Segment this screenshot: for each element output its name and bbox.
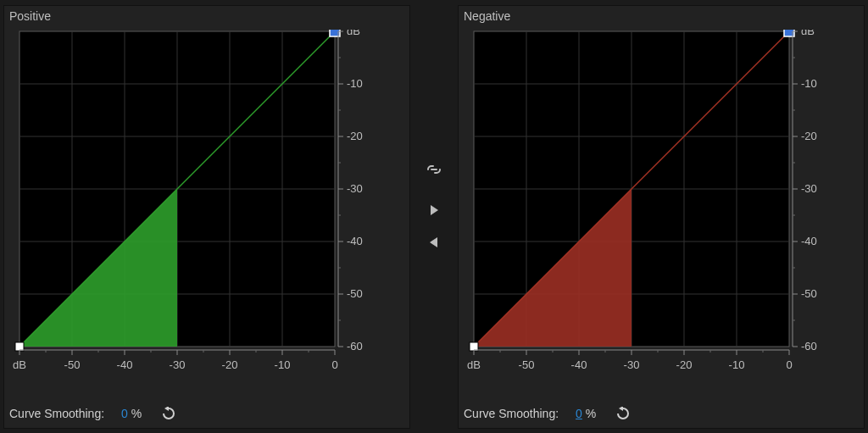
svg-text:-60: -60: [347, 340, 363, 353]
svg-text:-10: -10: [729, 358, 745, 371]
svg-text:-40: -40: [571, 358, 587, 371]
svg-marker-57: [431, 205, 438, 215]
svg-text:dB: dB: [801, 30, 815, 37]
svg-text:-30: -30: [347, 182, 363, 195]
svg-text:-40: -40: [117, 358, 133, 371]
svg-text:-50: -50: [347, 287, 363, 300]
svg-text:-10: -10: [801, 77, 817, 90]
positive-title: Positive: [9, 9, 51, 23]
positive-reset-button[interactable]: [159, 406, 177, 421]
svg-text:-50: -50: [64, 358, 81, 371]
positive-smoothing-label: Curve Smoothing:: [9, 407, 104, 420]
positive-smoothing-unit: %: [131, 407, 142, 420]
svg-marker-58: [430, 237, 437, 247]
negative-reset-button[interactable]: [613, 406, 632, 421]
link-icon: [425, 163, 443, 176]
negative-chart-svg[interactable]: dB-10-20-30-40-50-60dB-50-40-30-20-100: [467, 30, 857, 381]
link-button[interactable]: [425, 163, 443, 176]
positive-smoothing-value[interactable]: 0: [121, 407, 128, 420]
svg-text:dB: dB: [13, 358, 26, 371]
copy-left-button[interactable]: [427, 236, 441, 249]
undo-icon: [159, 407, 176, 420]
svg-text:-20: -20: [676, 358, 693, 371]
svg-text:-60: -60: [801, 340, 817, 353]
svg-text:-20: -20: [222, 358, 238, 371]
positive-chart-svg[interactable]: dB-10-20-30-40-50-60dB-50-40-30-20-100: [13, 30, 403, 381]
triangle-left-icon: [427, 236, 441, 249]
link-column: [410, 5, 458, 429]
svg-text:0: 0: [331, 358, 337, 371]
undo-icon: [614, 407, 631, 420]
svg-text:-20: -20: [347, 130, 363, 142]
svg-text:-40: -40: [801, 235, 817, 247]
svg-marker-115: [619, 407, 623, 411]
svg-text:-30: -30: [801, 182, 817, 195]
svg-text:-20: -20: [801, 130, 817, 142]
negative-smoothing-value[interactable]: 0: [576, 407, 582, 420]
svg-text:-40: -40: [347, 235, 363, 247]
negative-title: Negative: [464, 9, 510, 23]
svg-text:-50: -50: [519, 358, 535, 371]
svg-marker-56: [164, 407, 169, 411]
positive-chart[interactable]: dB-10-20-30-40-50-60dB-50-40-30-20-100: [13, 30, 403, 381]
svg-text:dB: dB: [467, 358, 481, 371]
svg-text:-10: -10: [275, 358, 291, 371]
triangle-right-icon: [427, 203, 441, 217]
svg-text:-50: -50: [801, 287, 817, 300]
negative-chart[interactable]: dB-10-20-30-40-50-60dB-50-40-30-20-100: [467, 30, 857, 381]
svg-text:dB: dB: [347, 30, 360, 37]
svg-text:-30: -30: [624, 358, 640, 371]
negative-panel: Negative dB-10-20-30-40-50-60dB-50-40-30…: [458, 5, 865, 429]
negative-smoothing-unit: %: [586, 407, 596, 420]
svg-text:-30: -30: [170, 358, 186, 371]
svg-text:-10: -10: [347, 77, 363, 90]
negative-smoothing-label: Curve Smoothing:: [464, 407, 559, 420]
positive-panel: Positive dB-10-20-30-40-50-60dB-50-40-30…: [3, 5, 410, 429]
svg-text:0: 0: [786, 358, 792, 371]
copy-right-button[interactable]: [427, 203, 441, 217]
